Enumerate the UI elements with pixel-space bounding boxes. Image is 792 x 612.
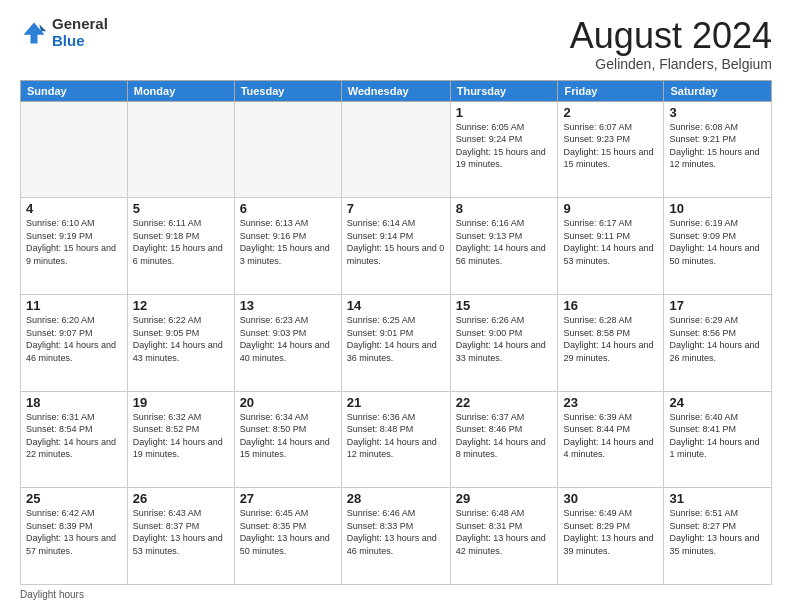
day-cell-0-4: 1Sunrise: 6:05 AM Sunset: 9:24 PM Daylig… [450,101,558,198]
day-info: Sunrise: 6:20 AM Sunset: 9:07 PM Dayligh… [26,314,122,364]
day-cell-3-1: 19Sunrise: 6:32 AM Sunset: 8:52 PM Dayli… [127,391,234,488]
day-cell-1-4: 8Sunrise: 6:16 AM Sunset: 9:13 PM Daylig… [450,198,558,295]
day-info: Sunrise: 6:11 AM Sunset: 9:18 PM Dayligh… [133,217,229,267]
week-row-1: 1Sunrise: 6:05 AM Sunset: 9:24 PM Daylig… [21,101,772,198]
day-info: Sunrise: 6:17 AM Sunset: 9:11 PM Dayligh… [563,217,658,267]
weekday-header-row: Sunday Monday Tuesday Wednesday Thursday… [21,80,772,101]
day-cell-4-5: 30Sunrise: 6:49 AM Sunset: 8:29 PM Dayli… [558,488,664,585]
day-number: 7 [347,201,445,216]
calendar-table: Sunday Monday Tuesday Wednesday Thursday… [20,80,772,585]
day-cell-4-0: 25Sunrise: 6:42 AM Sunset: 8:39 PM Dayli… [21,488,128,585]
day-number: 24 [669,395,766,410]
day-info: Sunrise: 6:13 AM Sunset: 9:16 PM Dayligh… [240,217,336,267]
day-cell-2-0: 11Sunrise: 6:20 AM Sunset: 9:07 PM Dayli… [21,294,128,391]
day-info: Sunrise: 6:39 AM Sunset: 8:44 PM Dayligh… [563,411,658,461]
day-cell-2-5: 16Sunrise: 6:28 AM Sunset: 8:58 PM Dayli… [558,294,664,391]
day-cell-0-2 [234,101,341,198]
day-number: 1 [456,105,553,120]
day-info: Sunrise: 6:48 AM Sunset: 8:31 PM Dayligh… [456,507,553,557]
day-cell-0-0 [21,101,128,198]
day-number: 21 [347,395,445,410]
day-cell-3-6: 24Sunrise: 6:40 AM Sunset: 8:41 PM Dayli… [664,391,772,488]
day-cell-1-5: 9Sunrise: 6:17 AM Sunset: 9:11 PM Daylig… [558,198,664,295]
day-number: 14 [347,298,445,313]
day-number: 22 [456,395,553,410]
day-cell-4-4: 29Sunrise: 6:48 AM Sunset: 8:31 PM Dayli… [450,488,558,585]
day-info: Sunrise: 6:34 AM Sunset: 8:50 PM Dayligh… [240,411,336,461]
location: Gelinden, Flanders, Belgium [570,56,772,72]
day-info: Sunrise: 6:40 AM Sunset: 8:41 PM Dayligh… [669,411,766,461]
day-number: 3 [669,105,766,120]
day-cell-2-4: 15Sunrise: 6:26 AM Sunset: 9:00 PM Dayli… [450,294,558,391]
day-number: 5 [133,201,229,216]
day-cell-1-3: 7Sunrise: 6:14 AM Sunset: 9:14 PM Daylig… [341,198,450,295]
day-number: 28 [347,491,445,506]
header-friday: Friday [558,80,664,101]
title-block: August 2024 Gelinden, Flanders, Belgium [570,16,772,72]
day-cell-1-0: 4Sunrise: 6:10 AM Sunset: 9:19 PM Daylig… [21,198,128,295]
day-info: Sunrise: 6:37 AM Sunset: 8:46 PM Dayligh… [456,411,553,461]
day-info: Sunrise: 6:08 AM Sunset: 9:21 PM Dayligh… [669,121,766,171]
day-number: 4 [26,201,122,216]
header-wednesday: Wednesday [341,80,450,101]
day-number: 12 [133,298,229,313]
day-cell-2-1: 12Sunrise: 6:22 AM Sunset: 9:05 PM Dayli… [127,294,234,391]
day-cell-0-3 [341,101,450,198]
day-number: 13 [240,298,336,313]
day-number: 31 [669,491,766,506]
day-number: 2 [563,105,658,120]
day-info: Sunrise: 6:43 AM Sunset: 8:37 PM Dayligh… [133,507,229,557]
day-cell-0-5: 2Sunrise: 6:07 AM Sunset: 9:23 PM Daylig… [558,101,664,198]
day-cell-4-6: 31Sunrise: 6:51 AM Sunset: 8:27 PM Dayli… [664,488,772,585]
day-cell-3-4: 22Sunrise: 6:37 AM Sunset: 8:46 PM Dayli… [450,391,558,488]
day-number: 23 [563,395,658,410]
day-cell-4-1: 26Sunrise: 6:43 AM Sunset: 8:37 PM Dayli… [127,488,234,585]
header-thursday: Thursday [450,80,558,101]
header-sunday: Sunday [21,80,128,101]
day-number: 6 [240,201,336,216]
day-number: 16 [563,298,658,313]
day-cell-2-3: 14Sunrise: 6:25 AM Sunset: 9:01 PM Dayli… [341,294,450,391]
day-number: 30 [563,491,658,506]
day-number: 15 [456,298,553,313]
day-info: Sunrise: 6:22 AM Sunset: 9:05 PM Dayligh… [133,314,229,364]
day-cell-4-3: 28Sunrise: 6:46 AM Sunset: 8:33 PM Dayli… [341,488,450,585]
day-info: Sunrise: 6:25 AM Sunset: 9:01 PM Dayligh… [347,314,445,364]
day-info: Sunrise: 6:28 AM Sunset: 8:58 PM Dayligh… [563,314,658,364]
day-number: 26 [133,491,229,506]
day-info: Sunrise: 6:16 AM Sunset: 9:13 PM Dayligh… [456,217,553,267]
day-info: Sunrise: 6:05 AM Sunset: 9:24 PM Dayligh… [456,121,553,171]
header-saturday: Saturday [664,80,772,101]
day-info: Sunrise: 6:42 AM Sunset: 8:39 PM Dayligh… [26,507,122,557]
day-info: Sunrise: 6:36 AM Sunset: 8:48 PM Dayligh… [347,411,445,461]
day-cell-3-2: 20Sunrise: 6:34 AM Sunset: 8:50 PM Dayli… [234,391,341,488]
day-number: 8 [456,201,553,216]
week-row-4: 18Sunrise: 6:31 AM Sunset: 8:54 PM Dayli… [21,391,772,488]
day-info: Sunrise: 6:19 AM Sunset: 9:09 PM Dayligh… [669,217,766,267]
day-cell-3-3: 21Sunrise: 6:36 AM Sunset: 8:48 PM Dayli… [341,391,450,488]
day-info: Sunrise: 6:46 AM Sunset: 8:33 PM Dayligh… [347,507,445,557]
month-title: August 2024 [570,16,772,56]
week-row-2: 4Sunrise: 6:10 AM Sunset: 9:19 PM Daylig… [21,198,772,295]
day-info: Sunrise: 6:45 AM Sunset: 8:35 PM Dayligh… [240,507,336,557]
day-cell-2-2: 13Sunrise: 6:23 AM Sunset: 9:03 PM Dayli… [234,294,341,391]
day-cell-1-1: 5Sunrise: 6:11 AM Sunset: 9:18 PM Daylig… [127,198,234,295]
day-cell-2-6: 17Sunrise: 6:29 AM Sunset: 8:56 PM Dayli… [664,294,772,391]
day-number: 29 [456,491,553,506]
day-number: 25 [26,491,122,506]
day-info: Sunrise: 6:23 AM Sunset: 9:03 PM Dayligh… [240,314,336,364]
day-number: 20 [240,395,336,410]
header: General Blue August 2024 Gelinden, Fland… [20,16,772,72]
day-cell-1-2: 6Sunrise: 6:13 AM Sunset: 9:16 PM Daylig… [234,198,341,295]
day-info: Sunrise: 6:49 AM Sunset: 8:29 PM Dayligh… [563,507,658,557]
week-row-5: 25Sunrise: 6:42 AM Sunset: 8:39 PM Dayli… [21,488,772,585]
day-number: 27 [240,491,336,506]
day-number: 11 [26,298,122,313]
logo: General Blue [20,16,108,49]
page: General Blue August 2024 Gelinden, Fland… [0,0,792,612]
logo-blue: Blue [52,32,85,49]
day-cell-0-1 [127,101,234,198]
week-row-3: 11Sunrise: 6:20 AM Sunset: 9:07 PM Dayli… [21,294,772,391]
header-tuesday: Tuesday [234,80,341,101]
header-monday: Monday [127,80,234,101]
